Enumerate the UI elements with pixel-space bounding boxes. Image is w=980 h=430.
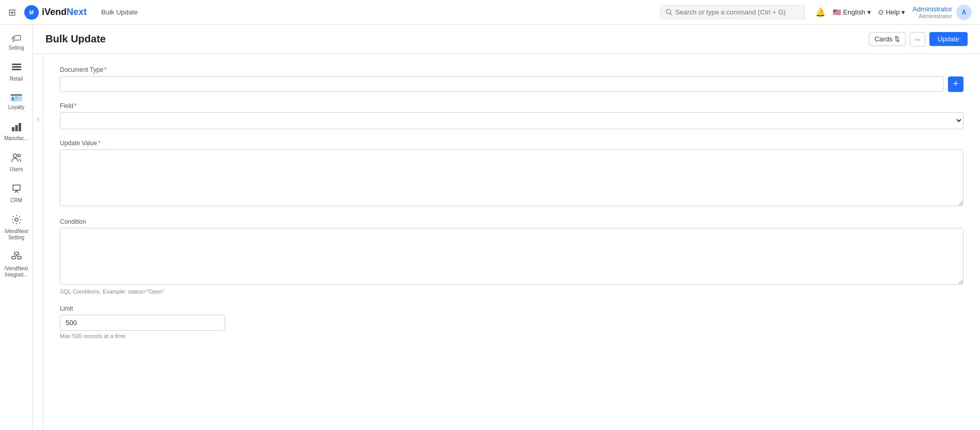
lang-chevron-icon: ▾ [867, 8, 871, 16]
form-area: Document Type * + Field * [43, 54, 980, 430]
field-group: Field * [60, 102, 963, 129]
sidebar-toggle[interactable]: › [33, 54, 43, 430]
limit-input[interactable] [60, 315, 225, 331]
svg-rect-7 [12, 127, 14, 131]
retail-icon [11, 62, 22, 74]
crm-icon [11, 183, 22, 196]
limit-hint: Max 500 records at a time [60, 333, 963, 339]
content: › Document Type * + [33, 54, 980, 430]
user-role: Administrator [912, 13, 952, 19]
sidebar-label-selling: Selling [8, 45, 24, 51]
condition-group: Condition SQL Conditions. Example: statu… [60, 218, 963, 295]
sidebar-label-setting: iVendNext Setting [4, 228, 29, 241]
document-type-required: * [104, 66, 107, 73]
svg-rect-5 [12, 66, 21, 68]
help-chevron-icon: ▾ [901, 8, 905, 16]
update-value-textarea[interactable] [60, 149, 963, 206]
topnav: ⊞ M iVendNext Bulk Update 🔔 🇺🇸 English ▾… [0, 0, 980, 25]
cards-sort-icon: ⇅ [894, 35, 900, 43]
logo[interactable]: M iVendNext [24, 5, 87, 20]
document-type-input[interactable] [60, 76, 944, 92]
sidebar-label-manufac: Manufac... [4, 135, 28, 142]
search-box[interactable] [660, 5, 805, 19]
integrati-icon [11, 251, 22, 264]
update-value-group: Update Value * [60, 140, 963, 208]
svg-text:M: M [29, 10, 34, 16]
svg-rect-16 [18, 256, 21, 259]
help-circle-icon: ⊙ [878, 8, 884, 16]
sidebar-item-ivendnext-integrati[interactable]: iVendNext Integrati... [2, 247, 31, 282]
more-button[interactable]: ··· [910, 32, 925, 47]
topnav-right: 🔔 🇺🇸 English ▾ ⊙ Help ▾ Administrator Ad… [815, 5, 972, 20]
add-icon: + [953, 79, 959, 89]
sidebar-label-retail: Retail [10, 76, 23, 82]
toggle-chevron-icon: › [37, 116, 39, 123]
sidebar-item-manufactur[interactable]: Manufac... [2, 117, 31, 146]
limit-group: Limit Max 500 records at a time [60, 305, 963, 339]
condition-hint: SQL Conditions. Example: status="Open" [60, 288, 963, 295]
svg-point-10 [13, 154, 17, 158]
search-input[interactable] [675, 8, 799, 16]
svg-rect-4 [12, 64, 21, 65]
page-header: Bulk Update Cards ⇅ ··· Update [33, 25, 980, 54]
more-icon: ··· [914, 35, 921, 43]
search-icon [666, 9, 672, 16]
svg-rect-9 [19, 123, 21, 131]
sidebar-item-ivendnext-setting[interactable]: iVendNext Setting [2, 210, 31, 245]
layout: 🏷 Selling Retail 🪪 Loyalty Manufac... Us… [0, 25, 980, 430]
user-info: Administrator Administrator [912, 5, 952, 19]
help-menu[interactable]: ⊙ Help ▾ [878, 8, 906, 16]
manufac-icon [11, 121, 22, 134]
sidebar-label-users: Users [9, 166, 23, 173]
update-button[interactable]: Update [929, 32, 968, 46]
document-type-group: Document Type * + [60, 66, 963, 92]
main: Bulk Update Cards ⇅ ··· Update › [33, 25, 980, 430]
field-label: Field * [60, 102, 963, 110]
document-type-label: Document Type * [60, 66, 963, 73]
svg-line-3 [670, 13, 672, 15]
flag-icon: 🇺🇸 [833, 8, 841, 16]
notification-icon[interactable]: 🔔 [815, 7, 826, 17]
sidebar-label-loyalty: Loyalty [8, 104, 25, 111]
sidebar-label-integrati: iVendNext Integrati... [4, 266, 29, 278]
update-value-label: Update Value * [60, 140, 963, 147]
topnav-page-title: Bulk Update [101, 8, 654, 16]
sidebar-item-users[interactable]: Users [2, 148, 31, 177]
svg-rect-13 [14, 252, 19, 255]
sidebar-item-loyalty[interactable]: 🪪 Loyalty [2, 88, 31, 115]
limit-label: Limit [60, 305, 963, 312]
field-required: * [74, 102, 77, 110]
document-type-row: + [60, 76, 963, 92]
logo-text: iVendNext [42, 7, 87, 18]
svg-point-2 [666, 9, 671, 13]
svg-rect-8 [15, 125, 18, 131]
loyalty-icon: 🪪 [10, 93, 23, 103]
cards-button[interactable]: Cards ⇅ [869, 32, 906, 46]
condition-textarea[interactable] [60, 228, 963, 285]
svg-point-12 [15, 218, 18, 221]
document-type-add-button[interactable]: + [948, 76, 963, 92]
avatar: A [956, 5, 972, 20]
sidebar-item-selling[interactable]: 🏷 Selling [2, 29, 31, 55]
user-menu[interactable]: Administrator Administrator A [912, 5, 972, 20]
condition-label: Condition [60, 218, 963, 225]
field-select[interactable] [60, 112, 963, 129]
sidebar-label-crm: CRM [10, 197, 22, 204]
user-name: Administrator [912, 5, 952, 13]
sidebar-item-crm[interactable]: CRM [2, 179, 31, 208]
page-title: Bulk Update [45, 33, 106, 45]
sidebar: 🏷 Selling Retail 🪪 Loyalty Manufac... Us… [0, 25, 33, 430]
logo-icon: M [24, 5, 39, 20]
help-label: Help [886, 8, 900, 16]
page-header-actions: Cards ⇅ ··· Update [869, 32, 968, 47]
setting-icon [11, 214, 22, 227]
svg-rect-6 [12, 69, 21, 70]
users-icon [11, 152, 22, 165]
language-selector[interactable]: 🇺🇸 English ▾ [833, 8, 871, 16]
grid-icon[interactable]: ⊞ [8, 7, 16, 18]
svg-rect-15 [12, 256, 15, 259]
language-label: English [843, 8, 865, 16]
sidebar-item-retail[interactable]: Retail [2, 57, 31, 86]
svg-point-11 [18, 155, 20, 157]
selling-icon: 🏷 [11, 33, 22, 43]
